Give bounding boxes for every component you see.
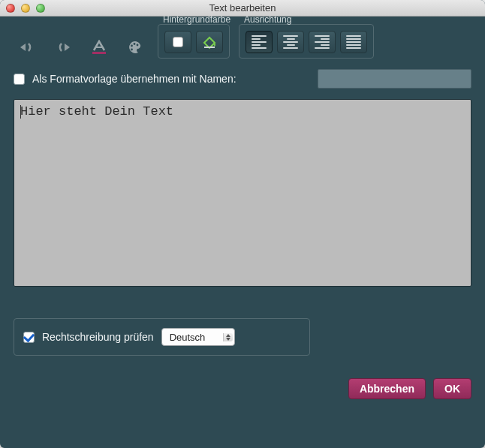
redo-icon — [54, 41, 72, 54]
titlebar: Text bearbeiten — [0, 0, 485, 17]
save-as-template-checkbox[interactable] — [14, 74, 25, 85]
undo-icon — [18, 41, 36, 54]
dialog-content: Hintergrundfarbe Ausrichtung — [0, 17, 485, 413]
font-color-icon — [91, 40, 107, 55]
align-center-icon — [283, 35, 298, 49]
text-editor[interactable]: Hier steht Dein Text — [14, 99, 471, 287]
palette-icon — [127, 40, 143, 55]
ok-button[interactable]: OK — [433, 378, 471, 399]
window-controls — [0, 4, 45, 13]
align-right-button[interactable] — [309, 31, 336, 53]
undo-button[interactable] — [14, 36, 41, 59]
redo-button[interactable] — [50, 36, 77, 59]
bg-color-swatch-button[interactable] — [164, 31, 191, 53]
svg-point-3 — [137, 44, 139, 47]
spellcheck-label: Rechtschreibung prüfen — [42, 331, 154, 343]
font-color-button[interactable] — [86, 36, 113, 59]
language-select-value: Deutsch — [170, 332, 206, 343]
spellcheck-panel: Rechtschreibung prüfen Deutsch — [14, 318, 310, 356]
editor-text: Hier steht Dein Text — [20, 104, 173, 119]
toolbar: Hintergrundfarbe Ausrichtung — [14, 24, 471, 59]
svg-point-2 — [134, 43, 136, 45]
background-color-group: Hintergrundfarbe — [158, 24, 230, 59]
bg-fill-button[interactable] — [196, 31, 223, 53]
template-label: Als Formatvorlage übernehmen mit Namen: — [32, 73, 236, 85]
align-right-icon — [315, 35, 330, 49]
color-swatch-icon — [173, 37, 183, 47]
dialog-footer: Abbrechen OK — [14, 378, 471, 399]
cancel-button[interactable]: Abbrechen — [348, 378, 426, 399]
paint-bucket-icon — [202, 35, 217, 49]
template-row: Als Formatvorlage übernehmen mit Namen: — [14, 69, 471, 89]
dialog-window: Text bearbeiten — [0, 0, 485, 448]
svg-point-4 — [131, 49, 133, 51]
align-center-button[interactable] — [277, 31, 304, 53]
minimize-window-button[interactable] — [21, 4, 30, 13]
spellcheck-checkbox[interactable] — [23, 332, 35, 343]
align-left-button[interactable] — [246, 31, 273, 53]
color-palette-button[interactable] — [122, 36, 149, 59]
window-title: Text bearbeiten — [0, 2, 485, 14]
zoom-window-button[interactable] — [36, 4, 45, 13]
align-justify-icon — [346, 35, 361, 49]
close-window-button[interactable] — [6, 4, 15, 13]
svg-point-1 — [131, 45, 133, 47]
select-arrows-icon — [223, 333, 233, 341]
language-select[interactable]: Deutsch — [161, 328, 236, 346]
group-label: Ausrichtung — [244, 14, 291, 25]
align-left-icon — [252, 35, 267, 49]
svg-rect-0 — [92, 52, 106, 54]
align-justify-button[interactable] — [340, 31, 367, 53]
alignment-group: Ausrichtung — [239, 24, 374, 59]
template-name-input[interactable] — [318, 69, 471, 89]
group-label: Hintergrundfarbe — [163, 14, 230, 25]
